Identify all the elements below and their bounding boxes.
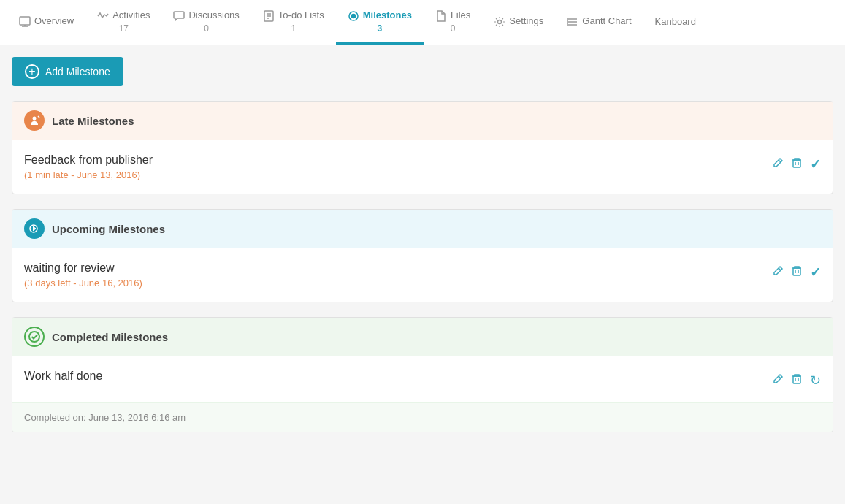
svg-rect-17: [793, 160, 800, 167]
edit-icon[interactable]: [772, 373, 784, 388]
svg-line-16: [779, 160, 781, 162]
svg-line-15: [38, 116, 39, 118]
nav-item-milestones[interactable]: Milestones 3: [336, 0, 424, 45]
overview-icon: [19, 15, 31, 27]
completed-milestones-title: Completed Milestones: [52, 331, 168, 343]
milestone-subtitle-upcoming-1: (3 days left - June 16, 2016): [24, 278, 142, 289]
complete-icon[interactable]: ✓: [810, 264, 821, 280]
nav-item-kanboard[interactable]: Kanboard: [643, 0, 708, 45]
svg-point-8: [351, 14, 355, 18]
completed-footer: Completed on: June 13, 2016 6:16 am: [12, 402, 833, 432]
edit-icon[interactable]: [772, 265, 784, 280]
milestone-subtitle-late-1: (1 min late - June 13, 2016): [24, 169, 153, 180]
nav-item-todolists[interactable]: To-do Lists 1: [251, 0, 336, 45]
edit-icon[interactable]: [772, 157, 784, 172]
upcoming-milestones-header: Upcoming Milestones: [12, 210, 833, 248]
top-navigation: Overview Activities 17 Discussions 0: [0, 0, 845, 45]
svg-line-26: [779, 376, 781, 378]
activities-icon: [97, 9, 109, 21]
add-milestone-button[interactable]: + Add Milestone: [12, 57, 123, 86]
todolists-label: To-do Lists: [278, 9, 324, 20]
milestones-count: 3: [377, 23, 382, 34]
completed-milestones-header: Completed Milestones: [12, 318, 833, 356]
milestone-actions-late-1: ✓: [772, 153, 821, 172]
files-label: Files: [451, 9, 470, 20]
delete-icon[interactable]: [791, 373, 803, 388]
late-milestones-header: Late Milestones: [12, 102, 833, 140]
milestone-info-completed-1: Work half done: [24, 370, 102, 386]
table-row: waiting for review (3 days left - June 1…: [12, 248, 833, 302]
discussions-count: 0: [204, 23, 209, 34]
svg-point-14: [33, 117, 37, 121]
milestone-title-upcoming-1: waiting for review: [24, 261, 142, 275]
svg-rect-27: [793, 376, 800, 383]
main-content: + Add Milestone Late Milestones Feedback…: [0, 45, 845, 444]
late-milestones-section: Late Milestones Feedback from publisher …: [12, 101, 833, 194]
files-icon: [435, 9, 447, 21]
nav-item-overview[interactable]: Overview: [7, 0, 85, 45]
upcoming-milestones-title: Upcoming Milestones: [52, 223, 165, 235]
svg-point-9: [498, 20, 502, 23]
nav-item-settings[interactable]: Settings: [482, 0, 555, 45]
activities-label: Activities: [112, 9, 150, 20]
overview-label: Overview: [34, 15, 74, 26]
complete-icon[interactable]: ✓: [810, 156, 821, 172]
completed-on-text: Completed on: June 13, 2016 6:16 am: [24, 412, 186, 423]
nav-item-files[interactable]: Files 0: [424, 0, 482, 45]
nav-item-discussions[interactable]: Discussions 0: [161, 0, 251, 45]
milestone-title-completed-1: Work half done: [24, 370, 102, 383]
nav-item-gantt[interactable]: Gantt Chart: [555, 0, 643, 45]
settings-icon: [494, 15, 505, 27]
completed-milestones-section: Completed Milestones Work half done: [12, 317, 833, 432]
gantt-icon: [567, 15, 578, 27]
milestone-actions-upcoming-1: ✓: [772, 261, 821, 280]
todolists-count: 1: [291, 23, 296, 34]
activities-count: 17: [119, 23, 129, 34]
reopen-icon[interactable]: ↻: [810, 373, 821, 389]
milestone-title-late-1: Feedback from publisher: [24, 153, 153, 167]
settings-label: Settings: [509, 15, 543, 26]
table-row: Work half done: [12, 356, 833, 402]
kanboard-label: Kanboard: [655, 16, 696, 27]
milestone-info-late-1: Feedback from publisher (1 min late - Ju…: [24, 153, 153, 180]
delete-icon[interactable]: [791, 265, 803, 280]
nav-item-activities[interactable]: Activities 17: [85, 0, 161, 45]
discussions-icon: [173, 9, 185, 21]
late-icon: [24, 110, 45, 131]
milestones-label: Milestones: [363, 9, 412, 20]
completed-icon: [24, 327, 45, 347]
milestones-icon: [348, 9, 359, 21]
table-row: Feedback from publisher (1 min late - Ju…: [12, 140, 833, 194]
todolists-icon: [263, 9, 275, 21]
plus-icon: +: [25, 64, 39, 79]
svg-line-21: [779, 268, 781, 270]
svg-point-25: [29, 332, 39, 342]
milestone-actions-completed-1: ↻: [772, 370, 821, 389]
upcoming-icon: [24, 218, 45, 239]
delete-icon[interactable]: [791, 157, 803, 172]
gantt-label: Gantt Chart: [582, 15, 631, 26]
svg-rect-22: [793, 268, 800, 275]
files-count: 0: [451, 23, 456, 34]
late-milestones-title: Late Milestones: [52, 115, 134, 127]
upcoming-milestones-section: Upcoming Milestones waiting for review (…: [12, 209, 833, 302]
milestone-info-upcoming-1: waiting for review (3 days left - June 1…: [24, 261, 142, 289]
discussions-label: Discussions: [188, 9, 239, 20]
svg-rect-0: [20, 17, 30, 25]
add-milestone-label: Add Milestone: [45, 66, 110, 77]
